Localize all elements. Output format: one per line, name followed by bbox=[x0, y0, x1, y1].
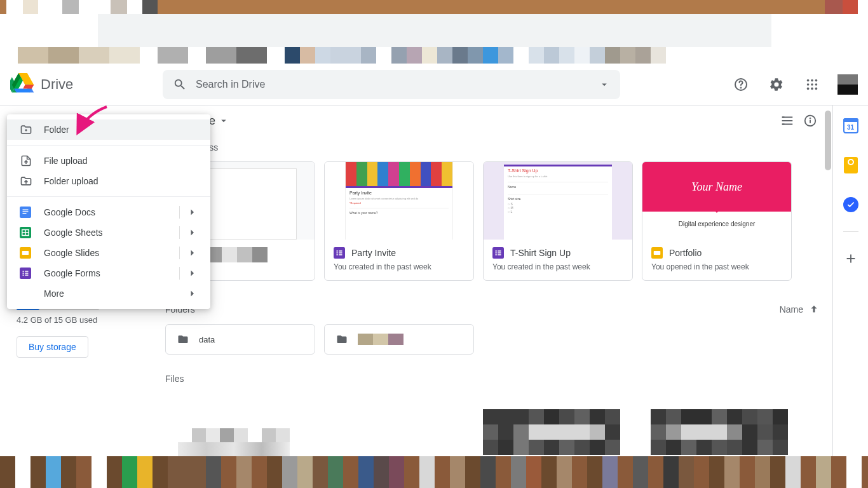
search-input[interactable] bbox=[196, 79, 610, 90]
chevron-right-icon bbox=[186, 288, 198, 299]
svg-rect-24 bbox=[339, 250, 342, 252]
card-subtitle: You opened in the past week bbox=[651, 262, 782, 271]
chevron-right-icon bbox=[186, 227, 198, 238]
quick-access-row: Party Invite Lorem ipsum dolor sit amet … bbox=[165, 161, 820, 281]
drive-triangle-icon bbox=[10, 73, 36, 96]
card-title: Party Invite bbox=[351, 248, 396, 258]
svg-rect-23 bbox=[337, 250, 338, 252]
svg-marker-6 bbox=[14, 88, 31, 92]
apps-button[interactable] bbox=[799, 72, 825, 97]
slides-icon bbox=[651, 247, 663, 259]
quick-access-label: Quick access bbox=[165, 142, 820, 152]
menu-google-sheets[interactable]: Google Sheets bbox=[7, 222, 210, 243]
menu-label: Google Forms bbox=[44, 268, 100, 278]
calendar-app[interactable]: 31 bbox=[838, 113, 864, 139]
svg-rect-43 bbox=[23, 210, 29, 211]
folder-icon bbox=[335, 334, 349, 345]
svg-rect-37 bbox=[654, 251, 661, 255]
forms-icon bbox=[334, 247, 345, 259]
card-subtitle: You created in the past week bbox=[334, 262, 465, 271]
svg-point-14 bbox=[811, 83, 813, 86]
slides-icon bbox=[20, 247, 31, 259]
file-thumb-mosaic-b bbox=[483, 409, 788, 456]
folder-upload-icon bbox=[20, 175, 32, 187]
svg-point-13 bbox=[807, 83, 810, 86]
svg-rect-58 bbox=[25, 274, 28, 276]
quick-access-card[interactable]: Your Name Digital experience designer Po… bbox=[642, 161, 792, 281]
svg-rect-53 bbox=[23, 271, 24, 272]
menu-new-folder[interactable]: Folder bbox=[7, 119, 210, 140]
svg-rect-27 bbox=[337, 254, 338, 255]
svg-rect-55 bbox=[23, 273, 24, 274]
menu-more[interactable]: More bbox=[7, 283, 210, 304]
menu-folder-upload[interactable]: Folder upload bbox=[7, 171, 210, 191]
svg-rect-45 bbox=[23, 214, 27, 215]
svg-point-10 bbox=[807, 79, 810, 81]
svg-rect-33 bbox=[498, 252, 501, 254]
list-view-icon[interactable] bbox=[780, 114, 794, 128]
storage-info: 4.2 GB of 15 GB used Buy storage bbox=[17, 308, 131, 358]
file-upload-icon bbox=[20, 154, 32, 167]
new-context-menu: Folder File upload Folder upload Google … bbox=[7, 114, 210, 309]
search-options-icon[interactable] bbox=[599, 79, 610, 90]
sheets-icon bbox=[20, 227, 31, 238]
buy-storage-button[interactable]: Buy storage bbox=[17, 336, 88, 358]
plus-icon bbox=[844, 252, 858, 266]
bottom-mosaic bbox=[0, 456, 868, 488]
search-box[interactable] bbox=[163, 70, 620, 99]
menu-google-docs[interactable]: Google Docs bbox=[7, 202, 210, 222]
menu-file-upload[interactable]: File upload bbox=[7, 151, 210, 171]
svg-rect-56 bbox=[25, 273, 28, 274]
folder-item[interactable]: data bbox=[165, 324, 315, 355]
storage-text: 4.2 GB of 15 GB used bbox=[17, 315, 131, 325]
svg-point-21 bbox=[810, 118, 811, 119]
keep-app[interactable] bbox=[838, 152, 864, 178]
tasks-app[interactable] bbox=[838, 192, 864, 217]
card-thumbnail: Your Name Digital experience designer bbox=[642, 162, 791, 240]
account-avatar[interactable] bbox=[837, 74, 858, 95]
settings-button[interactable] bbox=[764, 72, 789, 97]
sort-control[interactable]: Name bbox=[780, 304, 820, 315]
arrow-up-icon bbox=[808, 304, 820, 315]
menu-google-slides[interactable]: Google Slides bbox=[7, 243, 210, 263]
toolbar: My Drive bbox=[165, 105, 820, 136]
docs-icon bbox=[20, 207, 31, 218]
chevron-down-icon bbox=[218, 115, 229, 126]
help-button[interactable] bbox=[728, 72, 754, 97]
svg-rect-31 bbox=[498, 250, 501, 252]
chevron-right-icon bbox=[186, 268, 198, 279]
new-folder-icon bbox=[20, 123, 32, 136]
menu-google-forms[interactable]: Google Forms bbox=[7, 263, 210, 283]
add-panel-app[interactable] bbox=[838, 246, 864, 271]
app-name: Drive bbox=[41, 76, 73, 93]
folder-item[interactable] bbox=[324, 324, 474, 355]
folder-name: data bbox=[199, 335, 215, 344]
quick-access-card[interactable]: Party Invite Lorem ipsum dolor sit amet … bbox=[324, 161, 474, 281]
svg-rect-26 bbox=[339, 252, 342, 254]
app-header: Drive bbox=[0, 64, 868, 105]
menu-label: Folder bbox=[44, 125, 69, 135]
side-panel: 31 bbox=[832, 105, 868, 456]
card-title: Portfolio bbox=[669, 248, 702, 258]
svg-rect-34 bbox=[496, 254, 497, 255]
apps-grid-icon bbox=[805, 78, 819, 92]
card-subtitle: You created in the past week bbox=[492, 262, 623, 271]
main-scrollbar[interactable] bbox=[825, 111, 831, 170]
info-icon[interactable] bbox=[803, 114, 817, 128]
menu-label: Google Docs bbox=[44, 207, 95, 217]
svg-rect-32 bbox=[496, 252, 497, 254]
svg-rect-28 bbox=[339, 254, 342, 255]
svg-point-12 bbox=[815, 79, 818, 81]
svg-point-18 bbox=[815, 87, 818, 90]
chevron-right-icon bbox=[186, 247, 198, 259]
svg-rect-30 bbox=[496, 250, 497, 252]
gear-icon bbox=[769, 77, 784, 92]
menu-label: More bbox=[44, 288, 64, 299]
menu-label: Google Slides bbox=[44, 248, 99, 258]
menu-label: Google Sheets bbox=[44, 227, 103, 238]
help-icon bbox=[733, 77, 749, 92]
quick-access-card[interactable]: T-Shirt Sign Up Use this form to sign up… bbox=[483, 161, 633, 281]
chevron-right-icon bbox=[186, 207, 198, 218]
drive-logo[interactable]: Drive bbox=[10, 73, 163, 96]
folder-icon bbox=[176, 334, 190, 345]
